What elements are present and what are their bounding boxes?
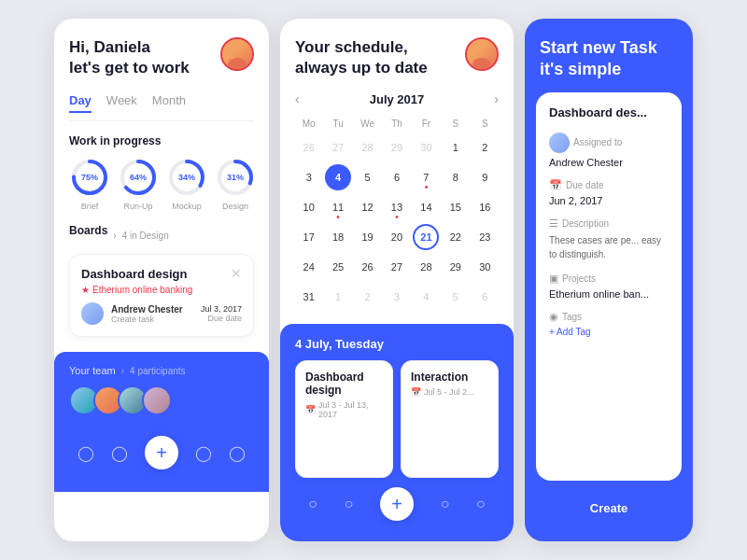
cal-cell[interactable]: 28 <box>355 134 381 161</box>
user-avatar[interactable] <box>220 37 254 71</box>
cal-cell[interactable]: 2 <box>472 134 498 161</box>
card-date-block: Jul 3, 2017 Due date <box>201 304 242 323</box>
cal-header-tu: Tu <box>324 116 351 132</box>
task-card-interaction[interactable]: Interaction 📅 Jul 5 - Jul 2... <box>401 360 499 478</box>
nav-person-icon[interactable]: ◯ <box>78 444 94 462</box>
cal-cell[interactable]: 12 <box>355 194 381 220</box>
avatar-image <box>222 37 252 71</box>
cal-cell[interactable]: 5 <box>443 284 469 310</box>
cal-cell[interactable]: 23 <box>472 224 498 250</box>
nav2-search-icon[interactable]: ○ <box>476 496 486 512</box>
greeting-subtitle: let's get to work <box>69 58 190 78</box>
cal-cell[interactable]: 26 <box>296 134 322 161</box>
cal-cell-current[interactable]: 21 <box>413 224 439 250</box>
nav-plus-button[interactable]: + <box>145 436 178 469</box>
cal-cell[interactable]: 27 <box>384 254 410 280</box>
nav2-plus-button[interactable]: + <box>380 487 414 521</box>
cal-cell[interactable]: 16 <box>472 194 498 220</box>
cal-cell[interactable]: 10 <box>296 194 322 220</box>
nav2-list-icon[interactable]: ○ <box>441 496 450 512</box>
cal-cell[interactable]: 3 <box>384 284 410 310</box>
user-avatar-2[interactable] <box>465 37 499 71</box>
nav2-bell-icon[interactable]: ○ <box>345 496 354 512</box>
team-section: Your team › 4 participants ◯ ◯ + ◯ ◯ <box>54 352 269 492</box>
cal-next-button[interactable]: › <box>494 91 499 106</box>
card-person-name: Andrew Chester <box>111 304 193 315</box>
cal-cell[interactable]: 2 <box>355 284 381 310</box>
cal-cell[interactable]: 6 <box>384 164 410 190</box>
progress-grid: 75% Brief 64% Run-Up 34% Mockup <box>69 157 254 211</box>
bottom-nav-2: ○ ○ + ○ ○ <box>295 478 499 528</box>
tab-week[interactable]: Week <box>106 93 137 113</box>
circle-runup: 64% <box>118 157 159 198</box>
avatar-image-2 <box>467 37 497 71</box>
desc-icon: ☰ <box>549 217 558 230</box>
projects-value: Etherium online ban... <box>549 288 669 300</box>
cal-cell[interactable]: 31 <box>296 284 322 310</box>
cal-cell[interactable]: 25 <box>325 254 351 280</box>
cal-cell[interactable]: 27 <box>325 134 351 161</box>
cal-cell[interactable]: 18 <box>325 224 351 250</box>
task-card-date-1: 📅 Jul 3 - Jul 13, 2017 <box>305 400 383 419</box>
calendar-icon-p3: 📅 <box>549 179 562 191</box>
cal-cell[interactable]: 6 <box>472 284 498 310</box>
team-avatars <box>69 385 254 415</box>
cal-cell-dot[interactable]: 7 <box>413 164 439 190</box>
tab-month[interactable]: Month <box>152 93 186 113</box>
tags-icon: ◉ <box>549 311 558 323</box>
cal-cell[interactable]: 1 <box>325 284 351 310</box>
cal-cell[interactable]: 28 <box>413 254 439 280</box>
task-card-dashboard[interactable]: Dashboard design 📅 Jul 3 - Jul 13, 2017 <box>295 360 393 478</box>
cal-cell[interactable]: 19 <box>355 224 381 250</box>
cal-month-label: July 2017 <box>370 92 425 106</box>
team-avatar-4 <box>142 385 172 415</box>
cal-cell[interactable]: 4 <box>413 284 439 310</box>
cal-cell[interactable]: 17 <box>296 224 322 250</box>
cal-cell[interactable]: 26 <box>355 254 381 280</box>
cal-cell-today[interactable]: 4 <box>325 164 351 190</box>
cal-cell[interactable]: 15 <box>443 194 469 220</box>
cal-cell[interactable]: 20 <box>384 224 410 250</box>
circle-text-brief: 75% <box>81 173 98 182</box>
cal-cell[interactable]: 22 <box>443 224 469 250</box>
task-card-title-1: Dashboard design <box>305 371 383 397</box>
cal-cell[interactable]: 29 <box>384 134 410 161</box>
tab-day[interactable]: Day <box>69 93 92 113</box>
cal-cell[interactable]: 29 <box>443 254 469 280</box>
nav-search-icon[interactable]: ◯ <box>229 444 246 462</box>
cta-line2: it's simple <box>540 59 678 80</box>
progress-design: 31% Design <box>215 157 256 211</box>
cal-cell[interactable]: 30 <box>472 254 498 280</box>
cal-cell[interactable]: 24 <box>296 254 322 280</box>
cal-prev-button[interactable]: ‹ <box>295 91 300 106</box>
progress-label-mockup: Mockup <box>172 202 202 211</box>
nav-bell-icon[interactable]: ◯ <box>111 444 128 462</box>
task-date-text-2: Jul 5 - Jul 2... <box>424 387 474 397</box>
dashboard-card[interactable]: Dashboard design ✕ ★ Etherium online ban… <box>69 254 254 337</box>
card-close-icon[interactable]: ✕ <box>231 266 242 281</box>
due-date-field: 📅 Due date Jun 2, 2017 <box>549 179 669 206</box>
task-date-text-1: Jul 3 - Jul 13, 2017 <box>318 400 383 419</box>
circle-brief: 75% <box>69 157 110 198</box>
projects-field: ▣ Projects Etherium online ban... <box>549 273 669 300</box>
cal-cell-dot[interactable]: 11 <box>325 194 351 220</box>
cal-cell-dot[interactable]: 13 <box>384 194 410 220</box>
task-card-date-2: 📅 Jul 5 - Jul 2... <box>411 387 488 397</box>
create-button[interactable]: Create <box>536 490 682 526</box>
cal-cell[interactable]: 8 <box>443 164 469 190</box>
cal-cell[interactable]: 1 <box>443 134 469 161</box>
nav2-person-icon[interactable]: ○ <box>308 496 317 512</box>
cal-cell[interactable]: 14 <box>413 194 439 220</box>
add-tag-button[interactable]: + Add Tag <box>549 327 669 337</box>
selected-date: 4 July, Tuesday <box>295 337 499 351</box>
panel1-header: Hi, Daniela let's get to work <box>69 37 254 78</box>
cal-cell[interactable]: 9 <box>472 164 498 190</box>
circle-mockup: 34% <box>166 157 207 198</box>
cal-header-th: Th <box>383 116 410 132</box>
cal-cell[interactable]: 30 <box>413 134 439 161</box>
panel3-header: Start new Task it's simple <box>525 19 693 92</box>
cal-cell[interactable]: 3 <box>296 164 322 190</box>
cal-cell[interactable]: 5 <box>355 164 381 190</box>
panel2-header: Your schedule, always up to date <box>295 37 499 78</box>
nav-list-icon[interactable]: ◯ <box>195 444 212 462</box>
